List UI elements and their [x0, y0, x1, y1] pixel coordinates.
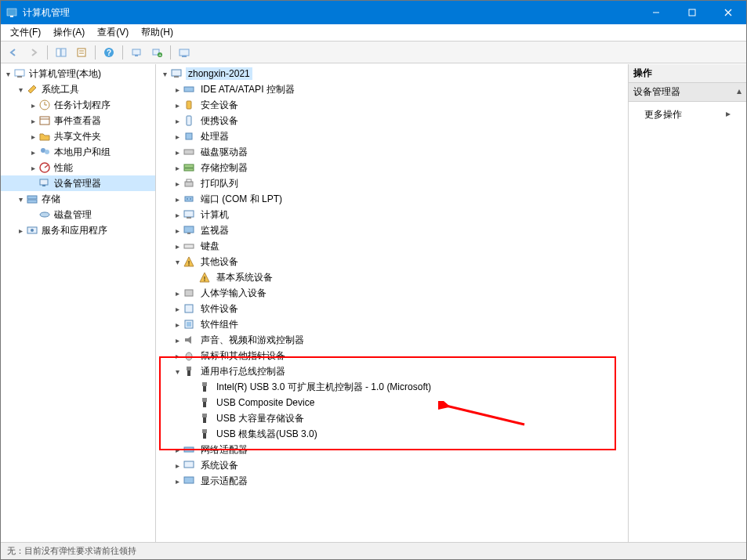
device-label: IDE ATA/ATAPI 控制器: [198, 82, 297, 97]
cat-disk-drives[interactable]: ▸磁盘驱动器: [156, 144, 628, 160]
add-legacy-hardware-button[interactable]: +: [147, 44, 166, 61]
hid-icon: [183, 287, 195, 299]
cat-computer[interactable]: ▸计算机: [156, 207, 628, 222]
cat-print-queues[interactable]: ▸打印队列: [156, 175, 628, 191]
storage-controller-icon: [183, 161, 195, 174]
dev-base-system[interactable]: !基本系统设备: [156, 269, 628, 285]
cat-sound[interactable]: ▸声音、视频和游戏控制器: [156, 332, 628, 348]
refresh-button[interactable]: [175, 44, 194, 61]
svg-rect-69: [202, 382, 207, 386]
cat-network[interactable]: ▸网络适配器: [156, 442, 628, 457]
cat-software-components[interactable]: ▸软件组件: [156, 316, 628, 332]
cat-processors[interactable]: ▸处理器: [156, 128, 628, 144]
cat-ide[interactable]: ▸IDE ATA/ATAPI 控制器: [156, 81, 628, 97]
chevron-right-icon: ▸: [172, 226, 183, 235]
tree-task-scheduler[interactable]: ▸ 任务计划程序: [1, 97, 155, 113]
cat-hid[interactable]: ▸人体学输入设备: [156, 285, 628, 301]
action-more[interactable]: 更多操作 ▸: [629, 105, 746, 125]
actions-header: 操作: [629, 64, 746, 83]
maximize-button[interactable]: [674, 1, 710, 24]
computer-management-icon: [13, 67, 26, 80]
cat-portable[interactable]: ▸便携设备: [156, 113, 628, 128]
forward-button[interactable]: [24, 44, 43, 61]
tree-local-users[interactable]: ▸ 本地用户和组: [1, 144, 155, 160]
chevron-right-icon: ▸: [172, 195, 183, 204]
cat-monitors[interactable]: ▸监视器: [156, 222, 628, 238]
device-label: zhongxin-2021: [186, 67, 252, 80]
chevron-right-icon: ▸: [172, 164, 183, 172]
actions-pane: 操作 设备管理器 ▴ 更多操作 ▸: [629, 64, 746, 542]
security-icon: [183, 99, 195, 111]
cat-storage-controllers[interactable]: ▸存储控制器: [156, 160, 628, 175]
dev-usb-composite[interactable]: USB Composite Device: [156, 395, 628, 410]
display-adapter-icon: [183, 475, 195, 487]
device-root[interactable]: ▾ zhongxin-2021: [156, 66, 628, 81]
tree-label: 事件查看器: [54, 114, 101, 128]
cat-system-devices[interactable]: ▸系统设备: [156, 457, 628, 473]
close-button[interactable]: [710, 1, 746, 24]
svg-rect-76: [203, 433, 206, 439]
cat-security[interactable]: ▸安全设备: [156, 97, 628, 113]
ide-icon: [183, 83, 195, 96]
chevron-right-icon: ▸: [726, 108, 731, 119]
cat-ports[interactable]: ▸端口 (COM 和 LPT): [156, 191, 628, 207]
svg-rect-64: [187, 322, 191, 327]
cat-display-adapters[interactable]: ▸显示适配器: [156, 473, 628, 489]
svg-rect-48: [187, 179, 191, 182]
menu-file[interactable]: 文件(F): [4, 24, 47, 41]
dev-usb-root-hub[interactable]: USB 根集线器(USB 3.0): [156, 426, 628, 442]
services-icon: [26, 224, 38, 237]
device-label: 磁盘驱动器: [198, 145, 250, 160]
tree-event-viewer[interactable]: ▸ 事件查看器: [1, 113, 155, 128]
tree-label: 计算机管理(本地): [29, 67, 101, 81]
port-icon: [183, 193, 195, 205]
device-label: 软件组件: [198, 317, 241, 332]
cat-usb[interactable]: ▾通用串行总线控制器: [156, 363, 628, 379]
tree-device-manager[interactable]: 设备管理器: [1, 175, 155, 191]
cat-other-devices[interactable]: ▾!其他设备: [156, 254, 628, 269]
device-label: 便携设备: [198, 114, 241, 128]
usb-icon: [198, 412, 211, 425]
device-manager-pane[interactable]: ▾ zhongxin-2021 ▸IDE ATA/ATAPI 控制器 ▸安全设备…: [156, 64, 629, 542]
minimize-button[interactable]: [638, 1, 674, 24]
tree-disk-management[interactable]: 磁盘管理: [1, 207, 155, 222]
console-tree[interactable]: ▾ 计算机管理(本地) ▾ 系统工具 ▸ 任务计划程序 ▸: [1, 64, 156, 542]
menu-view[interactable]: 查看(V): [91, 24, 135, 41]
cat-software-devices[interactable]: ▸软件设备: [156, 301, 628, 316]
device-label: 其他设备: [198, 255, 241, 269]
cat-mouse[interactable]: ▸鼠标和其他指针设备: [156, 348, 628, 363]
users-icon: [38, 146, 51, 158]
menu-action[interactable]: 操作(A): [47, 24, 91, 41]
device-label: 软件设备: [198, 302, 241, 316]
tree-performance[interactable]: ▸ 性能: [1, 160, 155, 175]
svg-rect-6: [56, 49, 60, 56]
device-label: USB Composite Device: [214, 396, 317, 409]
help-button[interactable]: ?: [100, 44, 118, 61]
printer-icon: [183, 177, 195, 190]
svg-rect-3: [689, 9, 695, 16]
back-button[interactable]: [4, 44, 23, 61]
properties-button[interactable]: [72, 44, 91, 61]
actions-context[interactable]: 设备管理器 ▴: [629, 83, 746, 102]
dev-usb-mass-storage[interactable]: USB 大容量存储设备: [156, 410, 628, 426]
tree-root-local[interactable]: ▾ 计算机管理(本地): [1, 66, 155, 81]
svg-rect-56: [184, 244, 194, 248]
scan-hardware-button[interactable]: [127, 44, 146, 61]
svg-rect-18: [179, 49, 189, 56]
device-label: 人体学输入设备: [198, 286, 269, 301]
tree-system-tools[interactable]: ▾ 系统工具: [1, 81, 155, 97]
tree-shared-folders[interactable]: ▸ 共享文件夹: [1, 128, 155, 144]
tree-label: 任务计划程序: [54, 99, 111, 112]
menu-help[interactable]: 帮助(H): [135, 24, 179, 41]
cat-keyboards[interactable]: ▸键盘: [156, 238, 628, 254]
tree-storage[interactable]: ▾ 存储: [1, 191, 155, 207]
chevron-right-icon: ▸: [15, 226, 26, 235]
svg-rect-39: [174, 76, 179, 78]
device-label: 存储控制器: [198, 161, 250, 175]
usb-icon: [198, 381, 211, 393]
device-label: 处理器: [198, 129, 231, 144]
show-hide-tree-button[interactable]: [52, 44, 71, 61]
chevron-right-icon: ▸: [27, 164, 38, 172]
dev-usb-intel[interactable]: Intel(R) USB 3.0 可扩展主机控制器 - 1.0 (Microso…: [156, 379, 628, 395]
tree-services-apps[interactable]: ▸ 服务和应用程序: [1, 222, 155, 238]
